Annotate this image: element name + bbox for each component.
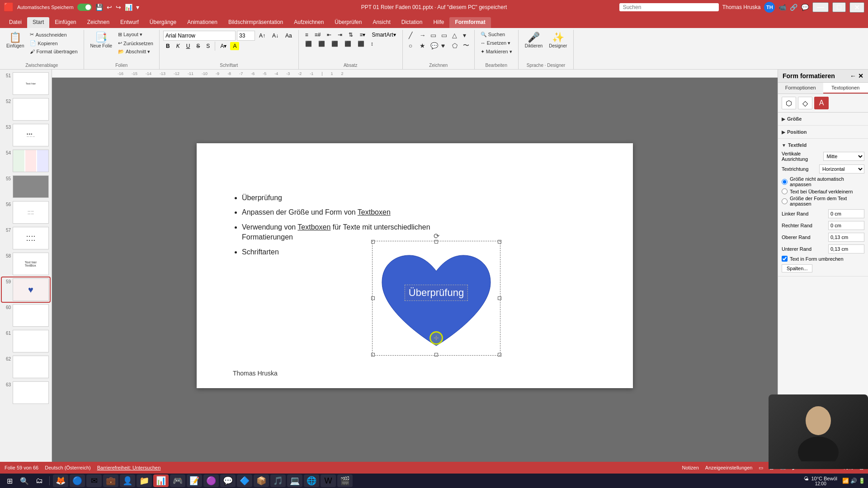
start-button[interactable]: ⊞ xyxy=(3,474,16,487)
tab-animationen[interactable]: Animationen xyxy=(182,17,223,28)
tab-aufzeichnen[interactable]: Aufzeichnen xyxy=(288,17,329,28)
slide-thumb-55[interactable]: 55 xyxy=(2,174,50,199)
layout-button[interactable]: ⊞ Layout ▾ xyxy=(116,31,156,38)
tab-formoptionen[interactable]: Formoptionen xyxy=(778,83,823,94)
slide-thumb-57[interactable]: 57 • •• • • •• • xyxy=(2,226,50,250)
smartart-button[interactable]: SmartArt▾ xyxy=(369,31,398,39)
markieren-button[interactable]: ✦ Markieren ▾ xyxy=(478,48,514,56)
strikethrough-button[interactable]: S xyxy=(193,42,203,50)
tab-dictation[interactable]: Dictation xyxy=(396,17,428,28)
ersetzen-button[interactable]: ↔ Ersetzen ▾ xyxy=(478,39,514,47)
bottom-margin-input[interactable] xyxy=(828,244,864,253)
ausschneiden-button[interactable]: ✂ Ausschneiden xyxy=(28,31,80,38)
handle-bl[interactable] xyxy=(371,353,375,357)
right-margin-input[interactable] xyxy=(828,221,864,230)
maximize-button[interactable]: □ xyxy=(832,2,846,12)
panel-back-icon[interactable]: ← xyxy=(850,72,856,80)
heart-text-box[interactable]: Überprüfung xyxy=(405,285,468,301)
shape-oval[interactable]: ○ xyxy=(406,41,416,51)
handle-br[interactable] xyxy=(498,353,501,357)
shape-curve[interactable]: 〜 xyxy=(461,41,471,51)
slide-thumb-56[interactable]: 56 — —— — xyxy=(2,200,50,225)
autosave-toggle[interactable] xyxy=(77,4,92,11)
taskbar-blue[interactable]: 🔷 xyxy=(237,474,252,487)
text-fill-icon-btn[interactable]: A xyxy=(814,97,829,109)
accessibility-info[interactable]: Barrierefreiheit: Untersuchen xyxy=(97,465,161,470)
diktieren-button[interactable]: 🎤 Diktieren xyxy=(522,31,545,50)
slide-thumb-58[interactable]: 58 Text hierTextBox xyxy=(2,252,50,276)
align-center-button[interactable]: ⬛ xyxy=(316,40,328,48)
top-margin-input[interactable] xyxy=(828,233,864,242)
search-input[interactable] xyxy=(619,3,719,11)
taskbar-last[interactable]: 🎬 xyxy=(337,474,353,487)
taskbar-music[interactable]: 🎵 xyxy=(270,474,286,487)
abschnitt-button[interactable]: 📂 Abschnitt ▾ xyxy=(116,48,156,56)
present-icon[interactable]: 📊 xyxy=(125,4,132,11)
textfeld-header[interactable]: ▼ Textfeld xyxy=(782,141,864,150)
handle-ml[interactable] xyxy=(371,296,375,300)
handle-bm[interactable] xyxy=(434,353,438,357)
align-justify-button[interactable]: ⬛ xyxy=(342,40,354,48)
close-button[interactable]: ✕ xyxy=(849,2,864,13)
align-right-button[interactable]: ⬛ xyxy=(329,40,341,48)
search-button[interactable]: 🔍 xyxy=(18,474,31,487)
slide-thumb-51[interactable]: 51 Text hier xyxy=(2,71,50,96)
underline-button[interactable]: U xyxy=(184,42,193,50)
text-direction-button[interactable]: ⇅ xyxy=(346,31,356,39)
shape-tri[interactable]: △ xyxy=(450,31,460,40)
shape-pentagon[interactable]: ⬠ xyxy=(450,41,460,51)
neue-folie-button[interactable]: 📑 Neue Folie xyxy=(88,31,115,50)
slide-panel[interactable]: 51 Text hier 52 53 ■ ■ ■— — — 54 xyxy=(0,70,52,462)
save-icon[interactable]: 💾 xyxy=(95,4,103,11)
tab-formformat[interactable]: Formformat xyxy=(449,17,491,28)
vertical-align-select[interactable]: Mitte Oben Unten xyxy=(823,152,864,161)
text-direction-select[interactable]: Horizontal Vertikal xyxy=(819,164,864,174)
shape-callout[interactable]: 💬 xyxy=(428,41,438,51)
shape-rect2[interactable]: ▭ xyxy=(439,31,449,40)
kopieren-button[interactable]: 📄 Kopieren xyxy=(28,39,80,47)
rotate-handle[interactable]: ⟳ xyxy=(434,232,439,240)
tab-ueberpruefen[interactable]: Überprüfen xyxy=(329,17,367,28)
italic-button[interactable]: K xyxy=(174,42,183,50)
wrap-text-checkbox[interactable] xyxy=(782,256,788,262)
bold-button[interactable]: B xyxy=(163,42,173,50)
radio-resize-shape[interactable]: Größe der Form dem Text anpassen xyxy=(782,196,864,206)
font-color-button[interactable]: A▾ xyxy=(217,42,229,50)
taskbar-explorer[interactable]: 📁 xyxy=(137,474,152,487)
columns-button[interactable]: ⬛ xyxy=(355,40,367,48)
increase-font-button[interactable]: A↑ xyxy=(256,32,268,40)
taskbar-pkg[interactable]: 📦 xyxy=(254,474,269,487)
tab-ansicht[interactable]: Ansicht xyxy=(367,17,396,28)
taskbar-browser[interactable]: 🌐 xyxy=(304,474,319,487)
left-margin-input[interactable] xyxy=(828,209,864,218)
handle-tl[interactable] xyxy=(371,240,375,244)
radio-shrink[interactable]: Text bei Überlauf verkleinern xyxy=(782,188,864,194)
handle-mr[interactable] xyxy=(498,296,501,300)
taskbar-outlook[interactable]: ✉ xyxy=(86,474,102,487)
handle-tr[interactable] xyxy=(498,240,501,244)
bullets-button[interactable]: ≡ xyxy=(302,31,311,39)
notes-button[interactable]: Notizen xyxy=(682,465,699,470)
panel-close-icon[interactable]: ✕ xyxy=(858,72,863,80)
font-size-input[interactable] xyxy=(237,31,255,41)
tab-hilfe[interactable]: Hilfe xyxy=(428,17,449,28)
radio-no-autofit[interactable]: Größe nicht automatisch anpassen xyxy=(782,176,864,187)
suchen-button[interactable]: 🔍 Suchen xyxy=(478,31,514,38)
align-left-button[interactable]: ⬛ xyxy=(302,40,315,48)
taskbar-teams[interactable]: 💼 xyxy=(103,474,118,487)
slide-thumb-59[interactable]: 59 ♥ xyxy=(2,277,50,302)
align-text-button[interactable]: ≡▾ xyxy=(357,31,368,39)
decrease-font-button[interactable]: A↓ xyxy=(269,32,281,40)
comments-icon[interactable]: 💬 xyxy=(801,4,809,11)
normal-view-icon[interactable]: ▭ xyxy=(759,465,763,471)
share-icon[interactable]: 🔗 xyxy=(790,4,797,11)
slide-thumb-63[interactable]: 63 xyxy=(2,380,50,405)
format-uebertragen-button[interactable]: 🖌 Format übertragen xyxy=(28,48,80,55)
indent-decrease-button[interactable]: ⇤ xyxy=(324,31,334,39)
canvas-area[interactable]: -16 -15 -14 -13 -12 -11 -10 -9 -8 -7 -6 … xyxy=(52,70,778,462)
tab-textoptionen[interactable]: Textoptionen xyxy=(823,83,868,94)
taskbar-onenote[interactable]: 📝 xyxy=(187,474,202,487)
taskbar-chrome[interactable]: 🔵 xyxy=(70,474,85,487)
indent-increase-button[interactable]: ⇥ xyxy=(335,31,345,39)
shape-heart[interactable]: ♥ xyxy=(439,41,449,51)
